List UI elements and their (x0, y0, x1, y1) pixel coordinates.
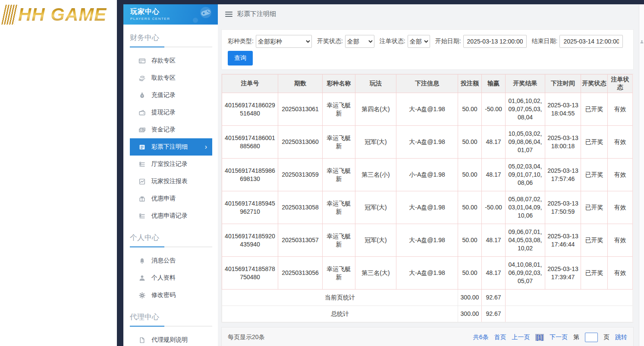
column-header: 下注信息 (396, 75, 458, 93)
table-cell: 05,02,03,04,09,01,07,10,08,06 (506, 159, 545, 191)
sidebar-item-修改密码[interactable]: 修改密码 (123, 287, 218, 304)
summary-winloss-total: 92.67 (482, 306, 506, 322)
sidebar-item-消息公告[interactable]: 消息公告 (123, 252, 218, 269)
table-cell: 幸运飞艇新 (323, 126, 355, 159)
sidebar-item-优惠申请[interactable]: 优惠申请 (123, 190, 218, 207)
summary-label: 当前页统计 (222, 290, 458, 306)
table-cell: 50.00 (458, 257, 482, 290)
table-cell: 05,08,07,02,03,01,04,09,10,06 (506, 191, 545, 224)
sidebar-item-彩票下注明细[interactable]: 彩票下注明细› (130, 138, 212, 156)
table-row: 40156917418592043594020250313057幸运飞艇新冠军(… (222, 224, 633, 257)
table-cell: 48.17 (482, 257, 506, 290)
pagination-bar: 每页显示20条 共6条 首页 上一页 [1] 下一页 第 页 跳转 (221, 327, 634, 346)
search-button[interactable]: 查询 (228, 51, 253, 65)
table-cell: 20250313061 (278, 93, 323, 126)
sidebar-item-label: 优惠申请 (151, 195, 176, 203)
sidebar-item-玩家投注报表[interactable]: 玩家投注报表 (123, 173, 218, 190)
file-icon (138, 337, 146, 344)
start-date-input[interactable] (463, 35, 527, 48)
summary-row: 总统计300.0092.67 (222, 306, 633, 322)
lottery-type-select[interactable]: 全部彩种 (256, 35, 312, 48)
table-cell: 50.00 (458, 224, 482, 257)
top-navy-bar (117, 0, 644, 4)
table-cell: 大-A盘@1.98 (396, 126, 458, 159)
first-page-link[interactable]: 首页 (494, 334, 506, 341)
sidebar-item-label: 厅室投注记录 (151, 160, 188, 168)
table-row: 40156917418602951648020250313061幸运飞艇新第四名… (222, 93, 633, 126)
collapsed-right-rail[interactable] (639, 0, 644, 346)
sidebar-item-label: 修改密码 (151, 291, 176, 299)
end-date-input[interactable] (559, 35, 623, 48)
bet-status-select[interactable]: 全部 (408, 35, 430, 48)
list-icon (138, 212, 146, 220)
next-page-link[interactable]: 下一页 (550, 334, 568, 341)
logo-stripes-decoration (1, 5, 19, 25)
table-cell: 401569174186001885680 (222, 126, 278, 159)
summary-label: 总统计 (222, 306, 458, 322)
current-page-indicator: [1] (535, 334, 544, 341)
sidebar-item-存款专区[interactable]: 存款专区 (123, 52, 218, 69)
table-cell: 20250313057 (278, 224, 323, 257)
table-cell: 第三名(小) (355, 159, 396, 191)
section-title: 个人中心 (130, 233, 211, 243)
page-header: 彩票下注明细 (218, 4, 639, 24)
prev-page-link[interactable]: 上一页 (512, 334, 530, 341)
summary-bet-total: 300.00 (458, 306, 482, 322)
report-chart-icon (138, 178, 146, 185)
logo-panel: HH GAME (0, 0, 117, 346)
table-row: 40156917418594596271020250313058幸运飞艇新冠军(… (222, 191, 633, 224)
table-cell: 冠军(大) (355, 126, 396, 159)
table-cell: 幸运飞艇新 (323, 224, 355, 257)
section-divider (130, 246, 212, 247)
table-cell: 09,06,07,01,04,05,03,08,10,02 (506, 224, 545, 257)
sidebar-item-提现记录[interactable]: 提现记录 (123, 104, 218, 121)
table-cell: 401569174185945962710 (222, 191, 278, 224)
section-divider (130, 326, 212, 327)
table-cell: 大-A盘@1.98 (396, 191, 458, 224)
brand-logo[interactable]: HH GAME (3, 3, 107, 26)
hamburger-menu-icon[interactable] (225, 12, 232, 17)
table-cell: 50.00 (458, 191, 482, 224)
table-cell: 401569174185920435940 (222, 224, 278, 257)
column-header: 输赢 (482, 75, 506, 93)
sidebar-item-优惠申请记录[interactable]: 优惠申请记录 (123, 207, 218, 224)
table-cell: 已开奖 (581, 224, 608, 257)
bet-table-panel: 注单号期数彩种名称玩法下注信息投注额输赢开奖结果下注时间开奖状态注单状态 401… (221, 74, 634, 323)
table-row: 40156917418600188568020250313060幸运飞艇新冠军(… (222, 126, 633, 159)
bet-table: 注单号期数彩种名称玩法下注信息投注额输赢开奖结果下注时间开奖状态注单状态 401… (222, 74, 633, 322)
table-cell: 已开奖 (581, 257, 608, 290)
summary-row: 当前页统计300.0092.67 (222, 290, 633, 306)
table-cell: 大-A盘@1.98 (396, 224, 458, 257)
sidebar-item-资金记录[interactable]: 资金记录 (123, 121, 218, 138)
page-jump-input[interactable] (585, 333, 598, 342)
page-title: 彩票下注明细 (237, 10, 276, 18)
draw-status-select[interactable]: 全部 (345, 35, 374, 48)
sidebar-item-label: 资金记录 (151, 126, 176, 134)
lottery-type-label: 彩种类型: (228, 37, 254, 45)
start-date-label: 开始日期: (435, 37, 461, 45)
moneybag-icon: ¥ (138, 92, 146, 99)
svg-text:¥: ¥ (141, 94, 143, 97)
table-cell: 有效 (608, 257, 633, 290)
table-cell: 有效 (608, 126, 633, 159)
table-row: 40156917418598669813020250313059幸运飞艇新第三名… (222, 159, 633, 191)
sidebar-item-代理规则说明[interactable]: 代理规则说明 (123, 331, 218, 346)
list-icon (138, 161, 146, 168)
banknote-icon (138, 126, 146, 134)
sidebar-item-充值记录[interactable]: ¥充值记录 (123, 87, 218, 104)
jump-button[interactable]: 跳转 (615, 334, 627, 341)
sidebar-item-个人资料[interactable]: 个人资料 (123, 269, 218, 287)
filter-panel: 彩种类型: 全部彩种 开奖状态: 全部 注单状态: 全部 开始日期: 结束日期:… (221, 29, 634, 70)
table-cell: 50.00 (458, 159, 482, 191)
sidebar-item-取款专区[interactable]: 取款专区 (123, 69, 218, 87)
table-cell: 已开奖 (581, 159, 608, 191)
summary-winloss-total: 92.67 (482, 290, 506, 306)
column-header: 彩种名称 (323, 75, 355, 93)
gamepad-icon (191, 6, 214, 25)
table-header-row: 注单号期数彩种名称玩法下注信息投注额输赢开奖结果下注时间开奖状态注单状态 (222, 75, 633, 93)
sidebar-item-厅室投注记录[interactable]: 厅室投注记录 (123, 156, 218, 173)
column-header: 玩法 (355, 75, 396, 93)
bet-status-label: 注单状态: (380, 37, 405, 45)
table-cell: -50.00 (482, 93, 506, 126)
person-icon (138, 274, 146, 282)
